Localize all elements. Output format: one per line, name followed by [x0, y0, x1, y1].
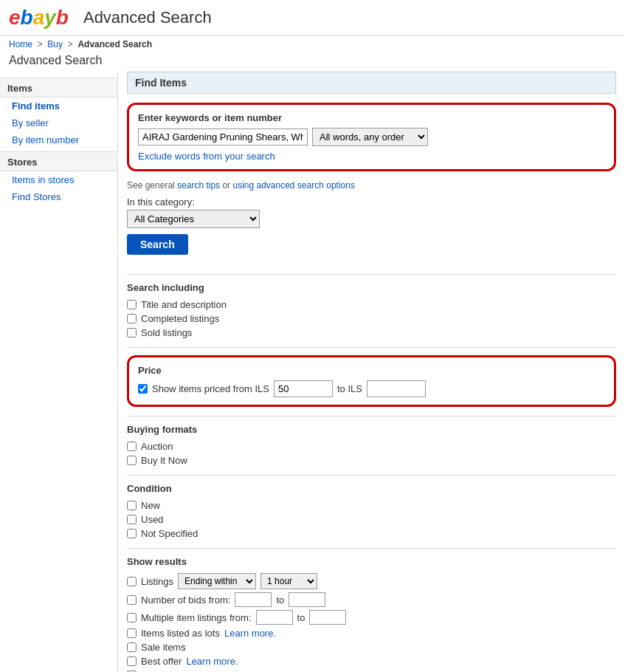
sidebar-stores-title: Stores [0, 151, 117, 171]
items-lots-label: Items listed as lots [141, 628, 220, 639]
exclude-words-link[interactable]: Exclude words from your search [138, 151, 275, 162]
keywords-input[interactable] [138, 128, 308, 145]
listings-label: Listings [141, 576, 173, 587]
price-row: Show items priced from ILS to ILS [138, 380, 605, 397]
main-layout: Items Find items By seller By item numbe… [0, 72, 625, 672]
divider-4 [127, 475, 616, 476]
buy-it-now-checkbox[interactable] [127, 456, 137, 465]
condition-new-checkbox[interactable] [127, 501, 137, 510]
price-label: Price [138, 365, 605, 376]
num-bids-from-input[interactable] [235, 592, 272, 607]
sold-listings-checkbox[interactable] [127, 328, 137, 337]
breadcrumb: Home > Buy > Advanced Search [0, 36, 625, 52]
search-including-section: Search including Title and description C… [127, 282, 616, 340]
multiple-item-from-input[interactable] [256, 610, 293, 625]
learn-more-lots-link[interactable]: Learn more. [224, 628, 276, 639]
keyword-row: All words, any order All words, exact or… [138, 128, 605, 146]
price-to-input[interactable] [367, 380, 426, 397]
completed-listings-row: Completed listings [127, 312, 616, 326]
auction-row: Auction [127, 439, 616, 453]
multiple-item-to-input[interactable] [309, 610, 346, 625]
listings-row: Listings Ending within Starting within N… [127, 572, 616, 591]
condition-not-specified-checkbox[interactable] [127, 529, 137, 538]
buy-it-now-row: Buy It Now [127, 453, 616, 467]
ending-within-select[interactable]: Ending within Starting within Newly list… [178, 573, 256, 589]
sidebar-items-title: Items [0, 78, 117, 97]
listings-checkbox[interactable] [127, 577, 137, 586]
divider-3 [127, 416, 616, 416]
logo-e: e [9, 6, 21, 30]
divider-2 [127, 347, 616, 348]
title-description-row: Title and description [127, 298, 616, 312]
sidebar: Items Find items By seller By item numbe… [0, 72, 118, 672]
show-results-label: Show results [127, 556, 616, 567]
best-offer-checkbox[interactable] [127, 656, 137, 666]
logo-y: y [44, 6, 56, 30]
price-checkbox-label: Show items priced from ILS [152, 383, 269, 394]
sold-listings-row: Sold listings [127, 326, 616, 340]
time-select[interactable]: 1 hour 2 hours 4 hours 8 hours 12 hours … [260, 573, 317, 589]
or-text: or [222, 180, 230, 191]
search-including-label: Search including [127, 282, 616, 293]
ebay-logo: ebayb [9, 6, 69, 30]
keywords-label: Enter keywords or item number [138, 112, 605, 123]
completed-listings-label: Completed listings [141, 313, 219, 324]
header: ebayb Advanced Search [0, 0, 625, 36]
num-bids-to-label: to [276, 594, 284, 606]
advanced-options-link[interactable]: using advanced search options [232, 180, 354, 191]
logo-b1: b [21, 6, 33, 30]
condition-not-specified-label: Not Specified [141, 528, 198, 539]
breadcrumb-buy[interactable]: Buy [47, 39, 63, 49]
sidebar-find-stores[interactable]: Find Stores [0, 188, 117, 205]
title-description-checkbox[interactable] [127, 300, 137, 309]
sidebar-item-by-item-number[interactable]: By item number [0, 131, 117, 148]
title-description-label: Title and description [141, 299, 227, 310]
auction-checkbox[interactable] [127, 442, 137, 451]
page-title-header: Advanced Search [83, 8, 212, 27]
search-tips-link[interactable]: search tips [177, 180, 220, 191]
sale-items-checkbox[interactable] [127, 642, 137, 652]
completed-listings-checkbox[interactable] [127, 314, 137, 323]
multiple-item-label: Multiple item listings from: [141, 612, 252, 623]
category-label: In this category: [127, 196, 616, 208]
sidebar-items-in-stores[interactable]: Items in stores [0, 171, 117, 188]
logo-a: a [33, 6, 45, 30]
find-items-header: Find Items [127, 72, 616, 94]
main-content: Find Items Enter keywords or item number… [118, 72, 625, 672]
buy-it-now-label: Buy It Now [141, 455, 187, 466]
show-results-section: Show results Listings Ending within Star… [127, 556, 616, 672]
num-bids-to-input[interactable] [289, 592, 325, 607]
condition-used-row: Used [127, 512, 616, 527]
num-bids-checkbox[interactable] [127, 595, 137, 605]
breadcrumb-home[interactable]: Home [9, 39, 32, 49]
breadcrumb-current: Advanced Search [77, 39, 152, 49]
sidebar-item-find-items[interactable]: Find items [0, 97, 117, 114]
category-select[interactable]: All Categories Antiques Art Baby Books C… [127, 210, 260, 228]
condition-section: Condition New Used Not Specified [127, 483, 616, 541]
condition-not-specified-row: Not Specified [127, 527, 616, 541]
condition-new-row: New [127, 498, 616, 512]
category-row: In this category: All Categories Antique… [127, 196, 616, 228]
price-checkbox[interactable] [138, 384, 148, 394]
page-subtitle: Advanced Search [0, 52, 625, 72]
price-from-input[interactable] [274, 380, 333, 397]
search-tips-row: See general search tips or using advance… [127, 180, 616, 191]
buying-formats-label: Buying formats [127, 424, 616, 435]
multiple-item-row: Multiple item listings from: to [127, 608, 616, 626]
condition-used-checkbox[interactable] [127, 515, 137, 524]
multiple-item-checkbox[interactable] [127, 613, 137, 623]
keywords-order-select[interactable]: All words, any order All words, exact or… [312, 128, 428, 146]
divider-5 [127, 548, 616, 549]
best-offer-label: Best offer [141, 656, 182, 667]
divider-1 [127, 274, 616, 275]
items-lots-checkbox[interactable] [127, 628, 137, 638]
best-offer-row: Best offer Learn more. [127, 654, 616, 668]
num-bids-row: Number of bids from: to [127, 591, 616, 608]
search-button[interactable]: Search [127, 234, 188, 255]
sidebar-item-by-seller[interactable]: By seller [0, 114, 117, 131]
buying-formats-section: Buying formats Auction Buy It Now [127, 424, 616, 467]
price-highlight-box: Price Show items priced from ILS to ILS [127, 355, 616, 407]
learn-more-best-offer-link[interactable]: Learn more. [186, 656, 238, 667]
logo-b2: b [56, 6, 69, 30]
search-tips-text: See general [127, 180, 175, 191]
